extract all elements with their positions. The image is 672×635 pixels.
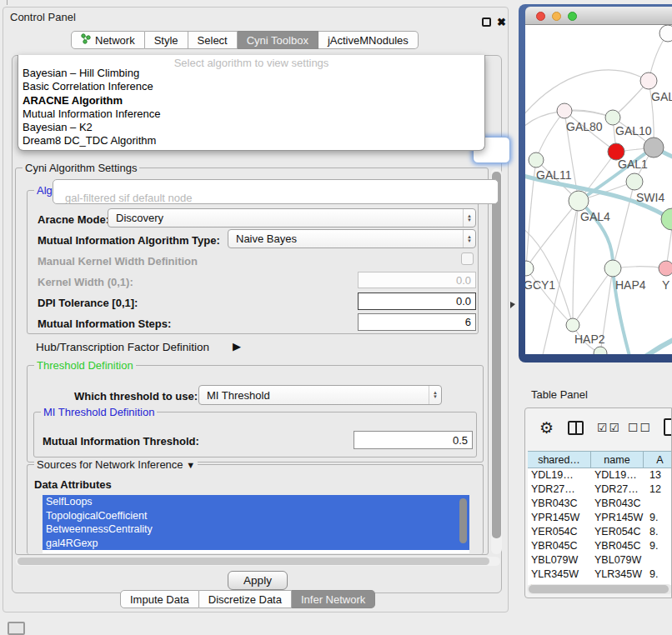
network-svg: GALGAL80GAL10GAL1GAL11SWI4GAL4GCY1HAP4YH… bbox=[525, 25, 672, 354]
table-row[interactable]: YDR27…YDR27…12 bbox=[528, 482, 672, 497]
table-hscrollbar-thumb[interactable] bbox=[529, 585, 669, 593]
network-node-hap4[interactable] bbox=[604, 260, 621, 277]
algorithm-option-dream8-dc-tdc-algorithm[interactable]: Dream8 DC_TDC Algorithm bbox=[18, 134, 484, 148]
table-row[interactable]: YBL079WYBL079W bbox=[528, 553, 672, 568]
table-cell: YBL079W bbox=[594, 554, 641, 566]
table-cell: 12 bbox=[649, 483, 661, 495]
tab-select[interactable]: Select bbox=[188, 31, 238, 49]
tab-impute-data[interactable]: Impute Data bbox=[120, 590, 199, 608]
node-label: HAP4 bbox=[615, 278, 646, 292]
algorithm-list: Bayesian – Hill ClimbingBasic Correlatio… bbox=[18, 67, 484, 148]
table-header-shared-[interactable]: shared… bbox=[528, 451, 591, 468]
node-label: Y bbox=[662, 278, 670, 292]
table-panel-window: ⚙ ☑☑ ☐☐ shared…nameA YDL19…YDL19…13YDR27… bbox=[524, 408, 672, 598]
network-node-gcy1[interactable] bbox=[525, 261, 534, 276]
algorithm-option-bayesian-k2[interactable]: Bayesian – K2 bbox=[18, 121, 484, 134]
network-node-gal11[interactable] bbox=[529, 152, 544, 168]
tab-label: Select bbox=[198, 34, 228, 47]
apply-button[interactable]: Apply bbox=[228, 571, 288, 590]
table-row[interactable]: YPR145WYPR145W9. bbox=[528, 511, 672, 525]
algorithm-option-mutual-information-inference[interactable]: Mutual Information Inference bbox=[18, 108, 484, 121]
close-traffic-light-icon[interactable] bbox=[536, 12, 545, 21]
settings-hscrollbar-thumb[interactable] bbox=[18, 558, 489, 565]
sources-collapse-arrow-icon[interactable]: ▼ bbox=[186, 460, 195, 470]
dpi-tolerance-field[interactable]: 0.0 bbox=[358, 292, 476, 310]
aracne-mode-label: Aracne Mode: bbox=[38, 213, 109, 226]
network-titlebar[interactable] bbox=[525, 7, 672, 25]
network-node-gal10[interactable] bbox=[605, 110, 620, 125]
table-row[interactable]: YLR345WYLR345W9. bbox=[528, 568, 672, 582]
network-node-swi4[interactable] bbox=[626, 173, 643, 190]
table-cell: YLR345W bbox=[594, 568, 642, 580]
new-table-icon[interactable] bbox=[664, 418, 672, 436]
network-node-gal4[interactable] bbox=[569, 191, 589, 211]
kernel-width-field[interactable]: 0.0 bbox=[358, 272, 476, 288]
manual-kernel-label: Manual Kernel Width Definition bbox=[38, 255, 198, 268]
tab-network[interactable]: Network bbox=[71, 31, 145, 49]
minimized-panel-icon[interactable] bbox=[8, 622, 25, 635]
manual-kernel-checkbox[interactable] bbox=[461, 252, 474, 265]
control-panel-window: Control Panel ✖ NetworkStyleSelectCyni T… bbox=[3, 7, 509, 612]
network-node[interactable] bbox=[661, 208, 672, 230]
select-all-checkboxes-icon[interactable]: ☑☑ bbox=[597, 421, 621, 434]
data-attribute-item[interactable]: SelfLoops bbox=[43, 495, 469, 509]
deselect-all-checkboxes-icon[interactable]: ☐☐ bbox=[628, 421, 652, 434]
combo-stepper-icon: ▲▼ bbox=[463, 230, 475, 248]
network-node-gal80[interactable] bbox=[557, 103, 572, 118]
data-attribute-item[interactable]: gal4RGexp bbox=[43, 537, 469, 551]
data-attributes-list[interactable]: SelfLoopsTopologicalCoefficientBetweenne… bbox=[43, 495, 469, 553]
table-cell: YBR043C bbox=[594, 498, 641, 509]
which-threshold-value: MI Threshold bbox=[199, 389, 429, 402]
table-cell: 8. bbox=[649, 526, 658, 538]
aracne-mode-value: Discovery bbox=[108, 212, 463, 224]
aracne-mode-combo[interactable]: Discovery ▲▼ bbox=[108, 208, 476, 228]
node-label: GCY1 bbox=[525, 278, 555, 292]
node-label: GAL4 bbox=[580, 210, 610, 223]
hub-expand-arrow-icon[interactable]: ▶ bbox=[233, 340, 241, 352]
table-row[interactable]: YBR045CYBR045C9. bbox=[528, 539, 672, 553]
tab-cyni-toolbox[interactable]: Cyni Toolbox bbox=[238, 31, 318, 49]
network-node[interactable] bbox=[659, 25, 672, 42]
network-node-gal[interactable] bbox=[640, 72, 657, 89]
algorithm-option-basic-correlation-inference[interactable]: Basic Correlation Inference bbox=[18, 80, 484, 93]
table-row[interactable]: YDL19…YDL19…13 bbox=[528, 468, 672, 482]
table-header-name[interactable]: name bbox=[591, 451, 644, 468]
float-window-icon[interactable] bbox=[482, 18, 491, 27]
network-edge bbox=[526, 268, 573, 325]
network-edge bbox=[573, 201, 579, 325]
tab-label: Style bbox=[154, 34, 178, 47]
table-row[interactable]: YBR043CYBR043C bbox=[528, 497, 672, 511]
mi-threshold-field[interactable]: 0.5 bbox=[354, 431, 473, 449]
which-threshold-combo[interactable]: MI Threshold ▲▼ bbox=[198, 385, 442, 405]
tab-label: jActiveMNodules bbox=[328, 34, 409, 47]
table-cell: YDR27… bbox=[594, 483, 639, 495]
settings-vscrollbar-thumb[interactable] bbox=[492, 172, 501, 538]
mi-type-combo[interactable]: Naive Bayes ▲▼ bbox=[228, 229, 476, 248]
tab-infer-network[interactable]: Infer Network bbox=[292, 590, 375, 608]
close-icon[interactable]: ✖ bbox=[497, 16, 506, 28]
tab-style[interactable]: Style bbox=[145, 31, 188, 49]
network-node[interactable] bbox=[594, 347, 607, 354]
tab-discretize-data[interactable]: Discretize Data bbox=[199, 590, 292, 608]
list-scrollbar-thumb[interactable] bbox=[459, 498, 467, 543]
table-header-a[interactable]: A bbox=[644, 451, 672, 468]
network-selector-combo[interactable]: gal-filtered sif default node bbox=[53, 179, 499, 204]
tab-jactivemnodules[interactable]: jActiveMNodules bbox=[318, 31, 419, 49]
data-attribute-item[interactable]: TopologicalCoefficient bbox=[43, 509, 469, 523]
network-node-y[interactable] bbox=[659, 261, 672, 276]
network-node[interactable] bbox=[644, 138, 664, 158]
table-body: YDL19…YDL19…13YDR27…YDR27…12YBR043CYBR04… bbox=[528, 468, 672, 585]
network-canvas[interactable]: GALGAL80GAL10GAL1GAL11SWI4GAL4GCY1HAP4YH… bbox=[525, 25, 672, 354]
table-row[interactable]: YER054CYER054C8. bbox=[528, 525, 672, 539]
minimize-traffic-light-icon[interactable] bbox=[552, 12, 561, 21]
column-layout-icon[interactable] bbox=[568, 421, 584, 435]
network-icon bbox=[81, 33, 91, 47]
network-node-hap2[interactable] bbox=[566, 318, 579, 332]
node-label: GAL1 bbox=[618, 158, 648, 171]
tab-label: Discretize Data bbox=[208, 593, 282, 606]
zoom-traffic-light-icon[interactable] bbox=[568, 12, 577, 21]
algorithm-option-aracne-algorithm[interactable]: ARACNE Algorithm bbox=[18, 94, 484, 108]
mi-steps-field[interactable]: 6 bbox=[358, 313, 476, 331]
gear-icon[interactable]: ⚙ bbox=[539, 418, 554, 438]
data-attribute-item[interactable]: BetweennessCentrality bbox=[43, 522, 469, 537]
